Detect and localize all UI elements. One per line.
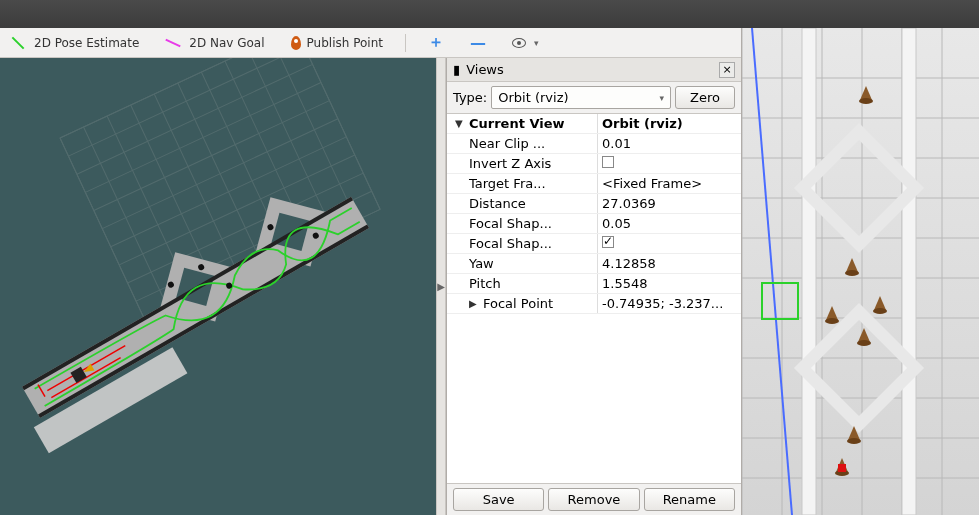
chevron-down-icon: ▾ bbox=[660, 93, 665, 103]
add-button[interactable]: ＋ bbox=[424, 30, 448, 55]
pose-estimate-label: 2D Pose Estimate bbox=[34, 36, 139, 50]
svg-rect-60 bbox=[902, 28, 916, 515]
toolbar-separator bbox=[405, 34, 406, 52]
focal-shape-checkbox[interactable] bbox=[602, 236, 614, 248]
prop-near-clip: Near Clip ... bbox=[447, 134, 597, 153]
prop-current-view-val: Orbit (rviz) bbox=[597, 114, 741, 133]
expand-icon[interactable] bbox=[469, 298, 479, 309]
prop-focal-point-val[interactable]: -0.74935; -3.237... bbox=[597, 294, 741, 313]
prop-target-frame-val[interactable]: <Fixed Frame> bbox=[597, 174, 741, 193]
svg-rect-63 bbox=[762, 283, 798, 319]
svg-line-16 bbox=[94, 101, 330, 211]
remove-button[interactable]: Remove bbox=[548, 488, 639, 511]
publish-point-label: Publish Point bbox=[307, 36, 383, 50]
svg-rect-29 bbox=[38, 225, 369, 418]
pose-estimate-tool[interactable]: 2D Pose Estimate bbox=[6, 34, 143, 52]
publish-point-tool[interactable]: Publish Point bbox=[287, 34, 387, 52]
svg-point-75 bbox=[847, 438, 861, 444]
svg-rect-78 bbox=[838, 464, 846, 472]
chevron-down-icon: ▾ bbox=[534, 38, 539, 48]
prop-current-view: Current View bbox=[469, 116, 565, 131]
svg-marker-68 bbox=[874, 296, 886, 310]
views-panel-title: Views bbox=[466, 62, 504, 77]
views-panel-header[interactable]: ▮ Views × bbox=[447, 58, 741, 82]
sim-world bbox=[742, 28, 979, 515]
svg-line-12 bbox=[60, 58, 296, 138]
minus-icon: — bbox=[470, 33, 486, 52]
view-type-value: Orbit (rviz) bbox=[498, 90, 568, 105]
invert-z-checkbox[interactable] bbox=[602, 156, 614, 168]
remove-button[interactable]: — bbox=[466, 31, 490, 54]
svg-line-14 bbox=[77, 64, 313, 174]
prop-focal-point: Focal Point bbox=[483, 296, 553, 311]
svg-marker-66 bbox=[846, 258, 858, 272]
svg-marker-70 bbox=[826, 306, 838, 320]
toolbar: 2D Pose Estimate 2D Nav Goal Publish Poi… bbox=[0, 28, 741, 58]
rename-button[interactable]: Rename bbox=[644, 488, 735, 511]
prop-focal-shape-size: Focal Shap... bbox=[447, 214, 597, 233]
prop-pitch: Pitch bbox=[447, 274, 597, 293]
svg-line-1 bbox=[60, 138, 145, 319]
nav-goal-icon bbox=[166, 38, 181, 47]
prop-distance: Distance bbox=[447, 194, 597, 213]
svg-marker-72 bbox=[858, 328, 870, 342]
svg-point-69 bbox=[873, 308, 887, 314]
view-properties-tree[interactable]: Current View Orbit (rviz) Near Clip ...0… bbox=[447, 114, 741, 483]
nav-goal-tool[interactable]: 2D Nav Goal bbox=[161, 34, 268, 52]
eye-icon bbox=[512, 38, 526, 48]
map-visualization bbox=[0, 58, 436, 515]
expand-icon[interactable] bbox=[455, 118, 465, 129]
prop-focal-shape-fixed: Focal Shap... bbox=[447, 234, 597, 253]
gazebo-viewport[interactable] bbox=[742, 28, 979, 515]
plus-icon: ＋ bbox=[428, 32, 444, 53]
camera-icon: ▮ bbox=[453, 62, 460, 77]
rviz-3d-viewport[interactable] bbox=[0, 58, 436, 515]
svg-point-71 bbox=[825, 318, 839, 324]
marker-icon bbox=[291, 36, 301, 50]
prop-near-clip-val[interactable]: 0.01 bbox=[597, 134, 741, 153]
svg-line-11 bbox=[296, 58, 381, 209]
visibility-button[interactable]: ▾ bbox=[508, 36, 543, 50]
nav-goal-label: 2D Nav Goal bbox=[189, 36, 264, 50]
type-label: Type: bbox=[453, 90, 487, 105]
pose-estimate-icon bbox=[12, 36, 25, 49]
zero-button[interactable]: Zero bbox=[675, 86, 735, 109]
window-titlebar bbox=[0, 0, 979, 28]
svg-rect-59 bbox=[802, 28, 816, 515]
prop-invert-z: Invert Z Axis bbox=[447, 154, 597, 173]
prop-yaw-val[interactable]: 4.12858 bbox=[597, 254, 741, 273]
svg-line-58 bbox=[752, 28, 792, 515]
prop-distance-val[interactable]: 27.0369 bbox=[597, 194, 741, 213]
svg-rect-61 bbox=[802, 131, 915, 244]
prop-pitch-val[interactable]: 1.5548 bbox=[597, 274, 741, 293]
prop-yaw: Yaw bbox=[447, 254, 597, 273]
save-button[interactable]: Save bbox=[453, 488, 544, 511]
svg-point-67 bbox=[845, 270, 859, 276]
view-type-combo[interactable]: Orbit (rviz) ▾ bbox=[491, 86, 671, 109]
svg-rect-62 bbox=[802, 311, 915, 424]
svg-point-65 bbox=[859, 98, 873, 104]
svg-line-15 bbox=[85, 82, 321, 192]
views-panel: ▮ Views × Type: Orbit (rviz) ▾ Zero Curr… bbox=[446, 58, 741, 515]
prop-focal-shape-size-val[interactable]: 0.05 bbox=[597, 214, 741, 233]
close-icon[interactable]: × bbox=[719, 62, 735, 78]
panel-collapse-handle[interactable]: ▶ bbox=[436, 58, 446, 515]
prop-target-frame: Target Fra... bbox=[447, 174, 597, 193]
svg-point-73 bbox=[857, 340, 871, 346]
